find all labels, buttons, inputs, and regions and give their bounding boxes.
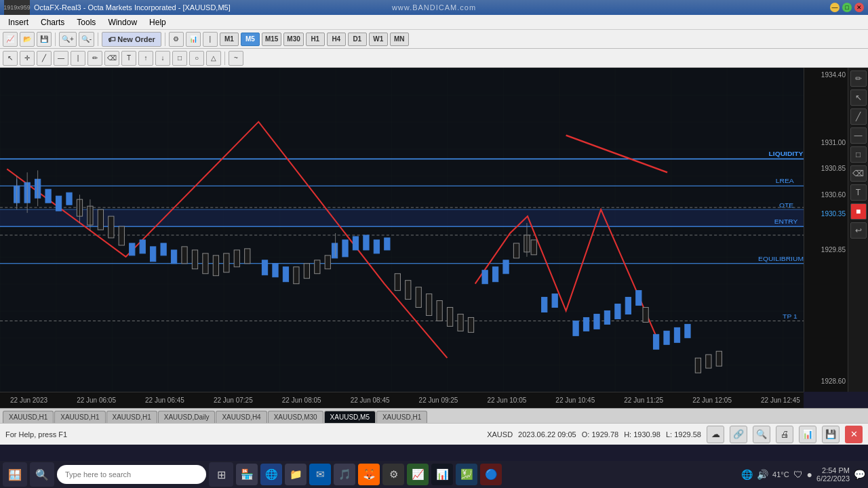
tool-text[interactable]: T <box>121 51 136 66</box>
tf-w1[interactable]: W1 <box>369 33 388 46</box>
tool-line[interactable]: ╱ <box>37 51 52 66</box>
tab-xauusd-h1-3[interactable]: XAUUSD,H1 <box>106 411 157 423</box>
rt-eraser[interactable]: ⌫ <box>850 165 867 182</box>
toolbar-main: 📈 📂 💾 🔍+ 🔍- 🏷 New Order ⚙ 📊 | M1 M5 M15 … <box>0 30 868 49</box>
toolbar-period-sep[interactable]: | <box>203 32 218 47</box>
new-order-button[interactable]: 🏷 New Order <box>102 32 161 47</box>
tool-cursor[interactable]: ↖ <box>3 51 18 66</box>
toolbar-zoom-out[interactable]: 🔍- <box>79 32 94 47</box>
menu-insert[interactable]: Insert <box>3 16 34 28</box>
tf-h4[interactable]: H4 <box>327 33 346 46</box>
tool-vertical[interactable]: | <box>71 51 85 66</box>
rt-text[interactable]: T <box>850 184 867 201</box>
taskbar-app-fx[interactable]: 💹 <box>456 464 477 485</box>
sys-date: 6/22/2023 <box>816 474 850 483</box>
tf-h1[interactable]: H1 <box>306 33 325 46</box>
rt-rect[interactable]: □ <box>850 146 867 163</box>
rt-pencil[interactable]: ✏ <box>850 70 867 87</box>
taskbar-app-tv[interactable]: 📊 <box>431 464 453 485</box>
task-view-button[interactable]: ⊞ <box>209 462 233 487</box>
sys-notifications[interactable]: 💬 <box>854 469 865 480</box>
tool-arrow-up[interactable]: ↑ <box>138 51 153 66</box>
tf-m15[interactable]: M15 <box>262 33 281 46</box>
sys-security[interactable]: 🛡 <box>793 469 803 480</box>
taskbar-search[interactable] <box>57 465 206 484</box>
toolbar-save[interactable]: 💾 <box>37 32 52 47</box>
status-search[interactable]: 🔍 <box>753 426 770 443</box>
tool-horizontal[interactable]: — <box>54 51 68 66</box>
status-print[interactable]: 🖨 <box>776 426 793 443</box>
minimize-button[interactable]: — <box>830 3 840 12</box>
tab-xauusd-m30[interactable]: XAUUSD,M30 <box>268 411 323 423</box>
tab-xauusd-h1-2[interactable]: XAUUSD,H1 <box>54 411 105 423</box>
toolbar-zoom-in[interactable]: 🔍+ <box>59 32 77 47</box>
tool-crosshair[interactable]: ✛ <box>20 51 35 66</box>
toolbar-indicators[interactable]: ⚙ <box>169 32 184 47</box>
time-axis: 22 Jun 2023 22 Jun 06:05 22 Jun 06:45 22… <box>0 392 804 408</box>
tool-pencil[interactable]: ✏ <box>87 51 102 66</box>
svg-rect-63 <box>315 260 320 274</box>
chart-main[interactable]: XAUUSD,M5 1927.99 1928.09 1927.92 1928.0… <box>0 68 804 392</box>
tf-m1[interactable]: M1 <box>220 33 239 46</box>
status-close[interactable]: ✕ <box>845 426 863 443</box>
tf-mn[interactable]: MN <box>390 33 409 46</box>
maximize-button[interactable]: □ <box>842 3 852 12</box>
sys-volume[interactable]: 🔊 <box>757 469 768 480</box>
tab-xauusd-h1-4[interactable]: XAUUSD,H1 <box>376 411 427 423</box>
svg-rect-46 <box>664 331 669 344</box>
tab-xauusd-h4[interactable]: XAUUSD,H4 <box>216 411 267 423</box>
taskbar-app-winamp[interactable]: 🎵 <box>334 464 355 485</box>
toolbar-new-chart[interactable]: 📈 <box>3 32 18 47</box>
time-labels: 22 Jun 2023 22 Jun 06:05 22 Jun 06:45 22… <box>7 396 804 404</box>
rt-hline[interactable]: — <box>850 127 867 144</box>
time-4: 22 Jun 08:05 <box>282 396 321 404</box>
tool-fib[interactable]: ~ <box>229 51 243 66</box>
toolbar-chart-type[interactable]: 📊 <box>186 32 201 47</box>
rt-line[interactable]: ╱ <box>850 108 867 125</box>
sys-antivirus[interactable]: ● <box>807 469 812 480</box>
tf-d1[interactable]: D1 <box>348 33 367 46</box>
tool-rect[interactable]: □ <box>172 51 187 66</box>
taskbar-app-mail[interactable]: ✉ <box>309 464 331 485</box>
tool-eraser[interactable]: ⌫ <box>104 51 119 66</box>
status-save[interactable]: 💾 <box>822 426 840 443</box>
tool-arrow-down[interactable]: ↓ <box>155 51 170 66</box>
svg-rect-32 <box>384 238 390 250</box>
menu-tools[interactable]: Tools <box>71 16 101 28</box>
start-button[interactable]: 🪟 <box>3 462 27 487</box>
tool-circle[interactable]: ○ <box>189 51 204 66</box>
status-share[interactable]: 🔗 <box>730 426 747 443</box>
tab-xauusd-daily[interactable]: XAUUSD,Daily <box>158 411 216 423</box>
toolbar-open[interactable]: 📂 <box>20 32 35 47</box>
tab-xauusd-h1-1[interactable]: XAUUSD,H1 <box>3 411 54 423</box>
rt-color[interactable]: ■ <box>850 203 867 220</box>
taskbar-app-mt4[interactable]: 📈 <box>407 464 429 485</box>
sys-network[interactable]: 🌐 <box>741 469 753 480</box>
taskbar-app-edge[interactable]: 🌐 <box>260 464 282 485</box>
taskbar-app-explorer[interactable]: 📁 <box>285 464 307 485</box>
menu-charts[interactable]: Charts <box>35 16 70 28</box>
watermark: www.BANDICAM.com <box>392 3 476 12</box>
close-button[interactable]: ✕ <box>854 3 864 12</box>
taskbar-app-store[interactable]: 🏪 <box>236 464 258 485</box>
svg-rect-21 <box>151 247 156 262</box>
menu-window[interactable]: Window <box>102 16 142 28</box>
tab-xauusd-m5[interactable]: XAUUSD,M5 <box>324 411 376 423</box>
taskbar-app-firefox[interactable]: 🦊 <box>358 464 380 485</box>
svg-text:LIQUIDITY: LIQUIDITY <box>768 150 803 158</box>
search-button-icon[interactable]: 🔍 <box>30 462 54 487</box>
tf-m30[interactable]: M30 <box>283 33 303 46</box>
status-chart2[interactable]: 📊 <box>799 426 816 443</box>
taskbar: 🪟 🔍 ⊞ 🏪 🌐 📁 ✉ 🎵 🦊 ⚙ 📈 📊 💹 🔵 🌐 🔊 41°C 🛡 ●… <box>0 461 868 488</box>
taskbar-app-chrome[interactable]: ⚙ <box>382 464 404 485</box>
taskbar-app-broker[interactable]: 🔵 <box>480 464 502 485</box>
rt-back[interactable]: ↩ <box>850 222 867 239</box>
rt-cursor[interactable]: ↖ <box>850 89 867 106</box>
tf-m5[interactable]: M5 <box>241 33 260 46</box>
menu-help[interactable]: Help <box>144 16 172 28</box>
status-sync[interactable]: ☁ <box>707 426 724 443</box>
svg-rect-60 <box>245 249 250 264</box>
status-open: O: 1929.78 <box>582 430 618 439</box>
svg-text:LREA: LREA <box>776 177 794 184</box>
tool-triangle[interactable]: △ <box>206 51 221 66</box>
